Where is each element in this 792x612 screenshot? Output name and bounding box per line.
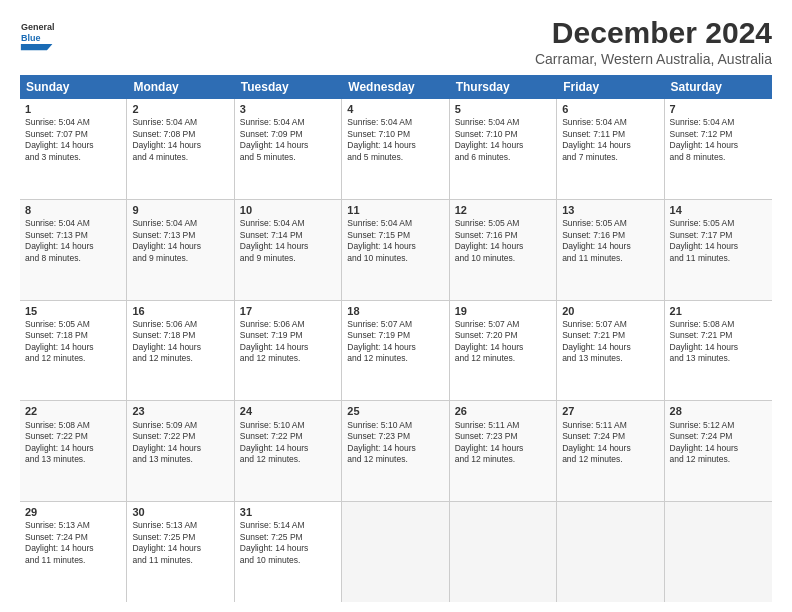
calendar-cell: 30Sunrise: 5:13 AM Sunset: 7:25 PM Dayli… bbox=[127, 502, 234, 602]
calendar-cell: 4Sunrise: 5:04 AM Sunset: 7:10 PM Daylig… bbox=[342, 99, 449, 199]
calendar-cell: 22Sunrise: 5:08 AM Sunset: 7:22 PM Dayli… bbox=[20, 401, 127, 501]
day-number: 29 bbox=[25, 505, 121, 519]
calendar-cell: 7Sunrise: 5:04 AM Sunset: 7:12 PM Daylig… bbox=[665, 99, 772, 199]
header-saturday: Saturday bbox=[665, 75, 772, 99]
day-number: 10 bbox=[240, 203, 336, 217]
day-number: 13 bbox=[562, 203, 658, 217]
cell-info: Sunrise: 5:04 AM Sunset: 7:11 PM Dayligh… bbox=[562, 117, 658, 163]
day-number: 9 bbox=[132, 203, 228, 217]
cell-info: Sunrise: 5:04 AM Sunset: 7:09 PM Dayligh… bbox=[240, 117, 336, 163]
cell-info: Sunrise: 5:08 AM Sunset: 7:21 PM Dayligh… bbox=[670, 319, 767, 365]
day-number: 23 bbox=[132, 404, 228, 418]
calendar-cell: 26Sunrise: 5:11 AM Sunset: 7:23 PM Dayli… bbox=[450, 401, 557, 501]
day-number: 7 bbox=[670, 102, 767, 116]
calendar-cell: 15Sunrise: 5:05 AM Sunset: 7:18 PM Dayli… bbox=[20, 301, 127, 401]
page: General Blue December 2024 Carramar, Wes… bbox=[0, 0, 792, 612]
calendar-cell: 25Sunrise: 5:10 AM Sunset: 7:23 PM Dayli… bbox=[342, 401, 449, 501]
calendar-cell: 18Sunrise: 5:07 AM Sunset: 7:19 PM Dayli… bbox=[342, 301, 449, 401]
calendar-cell: 5Sunrise: 5:04 AM Sunset: 7:10 PM Daylig… bbox=[450, 99, 557, 199]
day-number: 12 bbox=[455, 203, 551, 217]
header-friday: Friday bbox=[557, 75, 664, 99]
cell-info: Sunrise: 5:05 AM Sunset: 7:17 PM Dayligh… bbox=[670, 218, 767, 264]
calendar-cell bbox=[342, 502, 449, 602]
day-number: 25 bbox=[347, 404, 443, 418]
calendar-row-1: 1Sunrise: 5:04 AM Sunset: 7:07 PM Daylig… bbox=[20, 99, 772, 200]
day-number: 16 bbox=[132, 304, 228, 318]
calendar-cell: 14Sunrise: 5:05 AM Sunset: 7:17 PM Dayli… bbox=[665, 200, 772, 300]
day-number: 30 bbox=[132, 505, 228, 519]
day-number: 15 bbox=[25, 304, 121, 318]
cell-info: Sunrise: 5:09 AM Sunset: 7:22 PM Dayligh… bbox=[132, 420, 228, 466]
calendar-cell: 23Sunrise: 5:09 AM Sunset: 7:22 PM Dayli… bbox=[127, 401, 234, 501]
day-number: 14 bbox=[670, 203, 767, 217]
day-number: 20 bbox=[562, 304, 658, 318]
cell-info: Sunrise: 5:04 AM Sunset: 7:13 PM Dayligh… bbox=[25, 218, 121, 264]
day-number: 24 bbox=[240, 404, 336, 418]
calendar-cell: 6Sunrise: 5:04 AM Sunset: 7:11 PM Daylig… bbox=[557, 99, 664, 199]
cell-info: Sunrise: 5:05 AM Sunset: 7:18 PM Dayligh… bbox=[25, 319, 121, 365]
calendar-body: 1Sunrise: 5:04 AM Sunset: 7:07 PM Daylig… bbox=[20, 99, 772, 602]
calendar-cell: 11Sunrise: 5:04 AM Sunset: 7:15 PM Dayli… bbox=[342, 200, 449, 300]
day-number: 17 bbox=[240, 304, 336, 318]
calendar-cell: 8Sunrise: 5:04 AM Sunset: 7:13 PM Daylig… bbox=[20, 200, 127, 300]
cell-info: Sunrise: 5:14 AM Sunset: 7:25 PM Dayligh… bbox=[240, 520, 336, 566]
calendar-cell: 31Sunrise: 5:14 AM Sunset: 7:25 PM Dayli… bbox=[235, 502, 342, 602]
calendar-cell: 21Sunrise: 5:08 AM Sunset: 7:21 PM Dayli… bbox=[665, 301, 772, 401]
calendar-cell: 27Sunrise: 5:11 AM Sunset: 7:24 PM Dayli… bbox=[557, 401, 664, 501]
day-number: 18 bbox=[347, 304, 443, 318]
calendar-cell: 24Sunrise: 5:10 AM Sunset: 7:22 PM Dayli… bbox=[235, 401, 342, 501]
title-block: December 2024 Carramar, Western Australi… bbox=[535, 16, 772, 67]
calendar-cell bbox=[450, 502, 557, 602]
day-number: 31 bbox=[240, 505, 336, 519]
cell-info: Sunrise: 5:04 AM Sunset: 7:12 PM Dayligh… bbox=[670, 117, 767, 163]
cell-info: Sunrise: 5:08 AM Sunset: 7:22 PM Dayligh… bbox=[25, 420, 121, 466]
header-thursday: Thursday bbox=[450, 75, 557, 99]
calendar-row-3: 15Sunrise: 5:05 AM Sunset: 7:18 PM Dayli… bbox=[20, 301, 772, 402]
main-title: December 2024 bbox=[535, 16, 772, 49]
header-sunday: Sunday bbox=[20, 75, 127, 99]
calendar-cell: 12Sunrise: 5:05 AM Sunset: 7:16 PM Dayli… bbox=[450, 200, 557, 300]
cell-info: Sunrise: 5:04 AM Sunset: 7:13 PM Dayligh… bbox=[132, 218, 228, 264]
calendar-cell: 29Sunrise: 5:13 AM Sunset: 7:24 PM Dayli… bbox=[20, 502, 127, 602]
cell-info: Sunrise: 5:04 AM Sunset: 7:08 PM Dayligh… bbox=[132, 117, 228, 163]
calendar-row-4: 22Sunrise: 5:08 AM Sunset: 7:22 PM Dayli… bbox=[20, 401, 772, 502]
cell-info: Sunrise: 5:04 AM Sunset: 7:14 PM Dayligh… bbox=[240, 218, 336, 264]
header-wednesday: Wednesday bbox=[342, 75, 449, 99]
calendar-cell: 20Sunrise: 5:07 AM Sunset: 7:21 PM Dayli… bbox=[557, 301, 664, 401]
cell-info: Sunrise: 5:06 AM Sunset: 7:19 PM Dayligh… bbox=[240, 319, 336, 365]
calendar-row-5: 29Sunrise: 5:13 AM Sunset: 7:24 PM Dayli… bbox=[20, 502, 772, 602]
calendar-cell: 2Sunrise: 5:04 AM Sunset: 7:08 PM Daylig… bbox=[127, 99, 234, 199]
cell-info: Sunrise: 5:04 AM Sunset: 7:10 PM Dayligh… bbox=[455, 117, 551, 163]
calendar-header: SundayMondayTuesdayWednesdayThursdayFrid… bbox=[20, 75, 772, 99]
cell-info: Sunrise: 5:12 AM Sunset: 7:24 PM Dayligh… bbox=[670, 420, 767, 466]
day-number: 2 bbox=[132, 102, 228, 116]
calendar-cell: 10Sunrise: 5:04 AM Sunset: 7:14 PM Dayli… bbox=[235, 200, 342, 300]
day-number: 3 bbox=[240, 102, 336, 116]
svg-marker-2 bbox=[21, 44, 53, 50]
cell-info: Sunrise: 5:04 AM Sunset: 7:15 PM Dayligh… bbox=[347, 218, 443, 264]
calendar-cell: 9Sunrise: 5:04 AM Sunset: 7:13 PM Daylig… bbox=[127, 200, 234, 300]
day-number: 8 bbox=[25, 203, 121, 217]
header: General Blue December 2024 Carramar, Wes… bbox=[20, 16, 772, 67]
calendar-cell: 3Sunrise: 5:04 AM Sunset: 7:09 PM Daylig… bbox=[235, 99, 342, 199]
calendar-cell: 19Sunrise: 5:07 AM Sunset: 7:20 PM Dayli… bbox=[450, 301, 557, 401]
cell-info: Sunrise: 5:05 AM Sunset: 7:16 PM Dayligh… bbox=[455, 218, 551, 264]
day-number: 1 bbox=[25, 102, 121, 116]
calendar-cell: 28Sunrise: 5:12 AM Sunset: 7:24 PM Dayli… bbox=[665, 401, 772, 501]
calendar-cell bbox=[665, 502, 772, 602]
cell-info: Sunrise: 5:06 AM Sunset: 7:18 PM Dayligh… bbox=[132, 319, 228, 365]
cell-info: Sunrise: 5:07 AM Sunset: 7:20 PM Dayligh… bbox=[455, 319, 551, 365]
day-number: 5 bbox=[455, 102, 551, 116]
calendar-cell: 16Sunrise: 5:06 AM Sunset: 7:18 PM Dayli… bbox=[127, 301, 234, 401]
day-number: 22 bbox=[25, 404, 121, 418]
logo-icon: General Blue bbox=[20, 16, 56, 52]
day-number: 6 bbox=[562, 102, 658, 116]
logo: General Blue bbox=[20, 16, 56, 52]
header-monday: Monday bbox=[127, 75, 234, 99]
day-number: 27 bbox=[562, 404, 658, 418]
calendar-cell bbox=[557, 502, 664, 602]
cell-info: Sunrise: 5:07 AM Sunset: 7:19 PM Dayligh… bbox=[347, 319, 443, 365]
calendar-cell: 17Sunrise: 5:06 AM Sunset: 7:19 PM Dayli… bbox=[235, 301, 342, 401]
day-number: 4 bbox=[347, 102, 443, 116]
day-number: 19 bbox=[455, 304, 551, 318]
